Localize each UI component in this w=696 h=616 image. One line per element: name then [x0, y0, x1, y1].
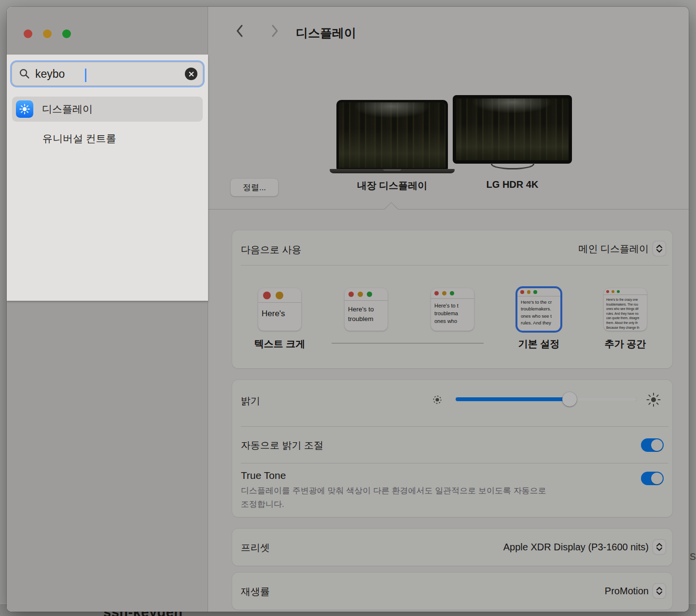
brightness-slider-fill — [456, 397, 570, 401]
brightness-icon — [16, 100, 33, 118]
page-title: 디스플레이 — [296, 25, 356, 41]
search-result-label: 디스플레이 — [42, 102, 93, 116]
brightness-slider-knob[interactable] — [562, 392, 577, 406]
close-icon — [188, 71, 195, 77]
search-icon — [19, 68, 30, 80]
section-divider — [209, 209, 689, 210]
mini-window-text: Here's to ttroublemaones who — [431, 299, 474, 325]
clear-search-button[interactable] — [185, 68, 197, 80]
toggle-knob — [651, 439, 663, 451]
wallpaper-preview — [456, 98, 569, 160]
builtin-display-label: 내장 디스플레이 — [336, 179, 448, 192]
mini-window-text: Here's totroublem — [345, 301, 388, 324]
row-divider — [241, 426, 668, 427]
mini-window-titlebar — [258, 288, 301, 303]
laptop-base — [330, 169, 455, 173]
mini-window-titlebar — [431, 288, 474, 299]
preset-label: 프리셋 — [241, 541, 270, 554]
row-divider — [241, 265, 668, 266]
close-window-button[interactable] — [24, 29, 32, 38]
refresh-rate-label: 재생률 — [241, 585, 270, 598]
back-button[interactable] — [232, 23, 248, 39]
external-display-label: LG HDR 4K — [453, 179, 572, 190]
sun-min-icon — [432, 394, 443, 405]
arrange-button[interactable]: 정렬... — [230, 178, 278, 196]
auto-brightness-toggle[interactable] — [641, 438, 664, 452]
use-as-label: 다음으로 사용 — [241, 243, 302, 256]
chevron-right-icon — [269, 23, 280, 39]
brightness-label: 밝기 — [241, 394, 260, 407]
refresh-rate-value: ProMotion — [605, 586, 649, 597]
true-tone-label: True Tone — [241, 470, 286, 481]
mini-window-text: Here's to the crazy onetroublemakers. Th… — [604, 295, 647, 330]
forward-button[interactable] — [266, 23, 283, 39]
row-divider — [241, 463, 668, 463]
refresh-rate-card: 재생률 ProMotion — [232, 573, 672, 610]
stepper-icon[interactable] — [653, 584, 666, 598]
scaling-option-2[interactable]: Here's totroublem — [345, 288, 388, 331]
laptop-notch — [383, 169, 401, 171]
search-results-popover: 디스플레이 유니버설 컨트롤 — [7, 55, 208, 301]
sun-max-icon — [646, 392, 661, 407]
stepper-icon[interactable] — [653, 540, 666, 554]
search-field[interactable] — [10, 60, 205, 87]
scaling-option-more-space[interactable]: Here's to the crazy onetroublemakers. Th… — [604, 288, 647, 331]
true-tone-description-line1: 디스플레이를 주변광에 맞춰 색상이 다른 환경에서도 일관적으로 보이도록 자… — [241, 485, 546, 496]
text-cursor — [85, 69, 86, 82]
use-as-value: 메인 디스플레이 — [578, 242, 649, 255]
stepper-icon[interactable] — [653, 241, 666, 256]
minimize-window-button[interactable] — [43, 29, 52, 38]
scaling-track-line — [332, 343, 484, 344]
wallpaper-preview — [339, 102, 445, 168]
system-settings-window: 디스플레이 내장 디스플레이 LG HDR 4K 정렬... 다음으로 사용 메… — [7, 7, 689, 612]
search-result-display[interactable]: 디스플레이 — [12, 97, 203, 122]
background-window-text-right: s — [690, 548, 696, 563]
mini-window-text: Here's to the crtroublemakers. ones who … — [517, 296, 560, 326]
preset-card: 프리셋 Apple XDR Display (P3-1600 nits) — [232, 529, 672, 566]
selected-display-pointer — [384, 202, 399, 217]
mini-window-titlebar — [345, 288, 388, 301]
preset-dropdown[interactable]: Apple XDR Display (P3-1600 nits) — [503, 540, 666, 554]
scaling-label-more-space: 추가 공간 — [591, 337, 660, 350]
true-tone-description-line2: 조정합니다. — [241, 499, 284, 510]
display-settings-pane: 디스플레이 내장 디스플레이 LG HDR 4K 정렬... 다음으로 사용 메… — [209, 7, 689, 612]
brightness-slider[interactable] — [456, 397, 637, 401]
zoom-window-button[interactable] — [62, 29, 71, 38]
search-result-universal-control[interactable]: 유니버설 컨트롤 — [42, 132, 116, 145]
brightness-card: 밝기 자동으로 밝기 조절 — [232, 380, 672, 517]
mini-window-titlebar — [517, 288, 560, 296]
true-tone-toggle[interactable] — [641, 472, 664, 485]
mini-window-titlebar — [604, 288, 647, 295]
scaling-option-default[interactable]: Here's to the crtroublemakers. ones who … — [517, 288, 560, 331]
builtin-display-thumbnail[interactable] — [336, 100, 448, 169]
external-display-thumbnail[interactable] — [453, 95, 572, 164]
chevron-left-icon — [234, 23, 246, 39]
scaling-label-larger-text: 텍스트 크게 — [245, 337, 314, 350]
use-as-dropdown[interactable]: 메인 디스플레이 — [578, 241, 666, 256]
preset-value: Apple XDR Display (P3-1600 nits) — [503, 542, 649, 553]
scaling-option-3[interactable]: Here's to ttroublemaones who — [431, 288, 474, 331]
refresh-rate-dropdown[interactable]: ProMotion — [605, 584, 666, 598]
scaling-label-default: 기본 설정 — [504, 337, 573, 350]
search-input[interactable] — [35, 68, 185, 81]
resolution-card: 다음으로 사용 메인 디스플레이 Here's Here's totrouble… — [232, 230, 672, 368]
monitor-stand — [491, 163, 534, 169]
toggle-knob — [651, 473, 663, 484]
auto-brightness-label: 자동으로 밝기 조절 — [241, 439, 323, 452]
scaling-option-larger-text[interactable]: Here's — [258, 288, 301, 331]
mini-window-text: Here's — [258, 303, 301, 319]
